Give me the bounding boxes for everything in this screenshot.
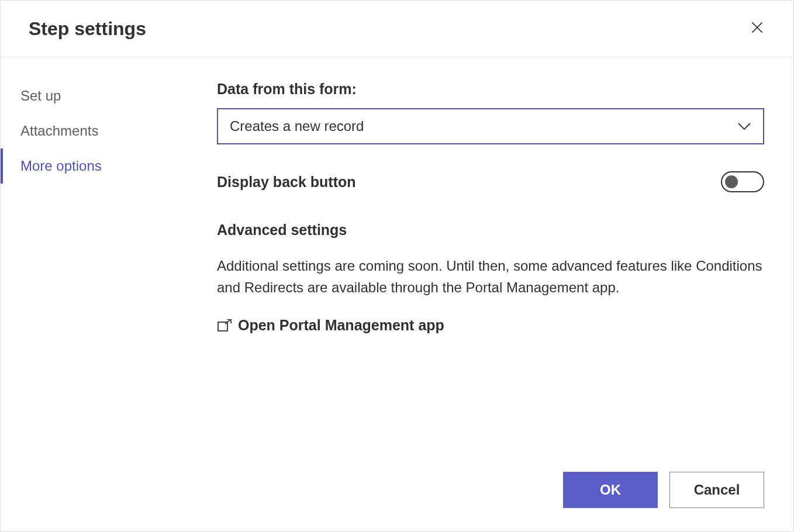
dialog-footer: OK Cancel: [1, 460, 793, 531]
data-form-select-wrapper: Creates a new record: [217, 108, 764, 144]
sidebar-item-label: Attachments: [20, 123, 98, 139]
data-form-label: Data from this form:: [217, 81, 764, 98]
data-form-select[interactable]: Creates a new record: [217, 108, 764, 144]
select-value: Creates a new record: [230, 118, 364, 134]
dialog-title: Step settings: [29, 18, 146, 40]
sidebar-nav: Set up Attachments More options: [1, 57, 199, 460]
ok-button-label: OK: [600, 482, 621, 498]
ok-button[interactable]: OK: [563, 472, 658, 508]
close-button[interactable]: [745, 17, 769, 40]
display-back-label: Display back button: [217, 174, 356, 191]
display-back-toggle[interactable]: [721, 171, 764, 192]
display-back-row: Display back button: [217, 171, 764, 192]
advanced-settings-text: Additional settings are coming soon. Unt…: [217, 255, 764, 298]
sidebar-item-label: Set up: [20, 88, 61, 103]
sidebar-item-more-options[interactable]: More options: [1, 148, 199, 184]
open-portal-link-text: Open Portal Management app: [238, 317, 444, 334]
dialog-header: Step settings: [1, 1, 793, 57]
open-portal-link[interactable]: Open Portal Management app: [217, 317, 764, 334]
svg-line-3: [225, 319, 231, 324]
open-external-icon: [217, 319, 232, 332]
sidebar-item-setup[interactable]: Set up: [1, 78, 199, 113]
sidebar-item-attachments[interactable]: Attachments: [1, 113, 199, 148]
chevron-down-icon: [737, 118, 751, 134]
close-icon: [750, 20, 765, 37]
advanced-settings-heading: Advanced settings: [217, 222, 764, 239]
dialog-body: Set up Attachments More options Data fro…: [1, 57, 793, 460]
step-settings-dialog: Step settings Set up Attachments More op…: [0, 0, 794, 532]
main-content: Data from this form: Creates a new recor…: [199, 57, 793, 460]
toggle-knob: [725, 175, 738, 188]
cancel-button[interactable]: Cancel: [669, 472, 764, 508]
sidebar-item-label: More options: [20, 158, 102, 174]
cancel-button-label: Cancel: [694, 482, 740, 498]
